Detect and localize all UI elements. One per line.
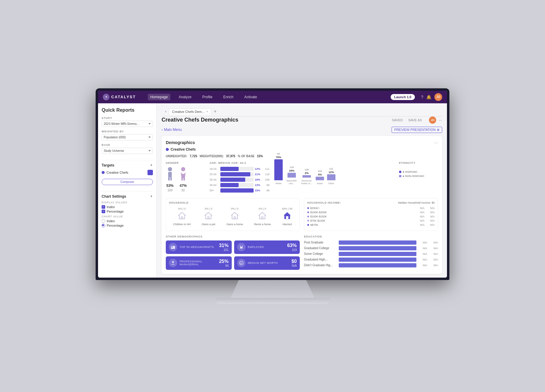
index-checkbox[interactable]: ✓ <box>102 205 105 209</box>
race-bar-col: 103 4% Asian <box>316 170 324 185</box>
tab-label: Creative Chefs Dem... <box>172 110 204 113</box>
quick-reports-title: Quick Reports <box>102 108 153 113</box>
active-tab[interactable]: Creative Chefs Dem... × <box>169 108 211 115</box>
nav-item-enrich[interactable]: Enrich <box>221 94 236 100</box>
race-bar-label: White <box>275 182 281 185</box>
race-bar-label: Other <box>328 182 334 185</box>
preview-presentation-button[interactable]: PREVIEW PRESENTATION ⊕ <box>392 127 442 133</box>
tab-add-button[interactable]: + <box>214 109 216 114</box>
preview-label: PREVIEW PRESENTATION <box>394 128 436 131</box>
chart-settings-header: Chart Settings ▼ <box>102 194 153 199</box>
age-percentage: 13% <box>255 184 261 187</box>
svg-rect-10 <box>207 216 210 219</box>
study-select[interactable]: 2023 Winter MRI-Simmo... <box>102 121 153 127</box>
education-val1: N/A <box>418 258 427 261</box>
save-as-button[interactable]: SAVE AS <box>408 118 422 122</box>
nav-logo-text: CATALYST <box>111 95 136 99</box>
more-options-icon[interactable]: ··· <box>439 118 442 122</box>
back-button[interactable]: ‹ <box>165 109 166 113</box>
demographics-stats-row: UNWEIGHTED: 7,725 WEIGHTED(000): 37,975 … <box>166 155 438 158</box>
chart-percentage-radio-row[interactable]: Percentage <box>102 224 153 227</box>
hispanic-legend-item: ● HISPANIC <box>399 170 438 173</box>
chart-index-radio[interactable] <box>102 219 105 223</box>
notification-icon[interactable]: 🔔 <box>426 95 431 99</box>
education-val1: N/A <box>418 247 427 250</box>
age-percentage: 33% <box>255 189 261 192</box>
household-income-header: HOUSEHOLD INCOME: Median Household Incom… <box>307 201 435 204</box>
income-label: $250K+ <box>310 207 414 210</box>
base-select[interactable]: Study Universe <box>102 148 153 154</box>
catalyst-logo-icon: ✦ <box>103 94 109 100</box>
weighted-by-select[interactable]: Population (000) <box>102 134 153 140</box>
other-demo-icon <box>237 243 246 251</box>
other-demo-right: 31% 101 <box>219 243 228 252</box>
education-label: Graduated High... <box>304 258 337 261</box>
income-val2: N/A <box>426 219 435 222</box>
index-checkbox-label: Index <box>107 205 115 209</box>
age-count: 99 <box>262 184 270 187</box>
target-color-square <box>147 170 153 175</box>
education-title: EDUCATION <box>304 235 438 238</box>
launch-button[interactable]: Launch 1.0 <box>391 94 415 100</box>
nav-item-homepage[interactable]: Homepage <box>148 94 170 100</box>
income-dot <box>307 216 309 217</box>
other-demo-name: EMPLOYED <box>248 246 264 249</box>
age-section: AGE: Median Age: 44.2 18-24 12% 111 25-3… <box>210 161 270 194</box>
percentage-checkbox[interactable]: ✓ <box>102 210 105 213</box>
race-bar-rect <box>316 177 324 180</box>
household-icon <box>283 211 291 222</box>
nav-item-profile[interactable]: Profile <box>200 94 215 100</box>
education-bar <box>339 246 416 250</box>
education-val2: N/A <box>429 258 438 261</box>
education-label: Some College <box>304 252 337 255</box>
chart-percentage-radio[interactable] <box>102 224 105 227</box>
main-layout: Quick Reports STUDY 2023 Winter MRI-Simm… <box>98 103 447 278</box>
content-header: Creative Chefs Demographics SAVED SAVE A… <box>162 116 442 124</box>
education-bar <box>339 258 416 262</box>
composer-button[interactable]: Composer <box>102 179 153 185</box>
percentage-checkbox-row[interactable]: ✓ Percentage <box>102 210 153 213</box>
age-bar-row: 35-44 18% 106 <box>210 178 270 182</box>
target-item-creative-chefs[interactable]: Creative Chefs <box>102 170 153 175</box>
income-dot <box>307 220 309 222</box>
user-avatar[interactable]: JO <box>434 93 442 101</box>
main-menu-back[interactable]: ‹ Main Menu <box>162 128 182 132</box>
third-row: OTHER DEMOGRAPHICS TOP 50 MEDIAMARKETS 3… <box>166 235 438 270</box>
education-row: Graduated College N/A N/A <box>304 246 438 250</box>
household-label: Owns a home <box>226 223 243 226</box>
household-item: 49% | 95 Married <box>282 207 292 226</box>
other-demo-icon <box>169 259 177 267</box>
race-bar-pct: 16% <box>289 169 294 172</box>
race-bar-value: 118 <box>290 166 293 169</box>
nav-item-activate[interactable]: Activate <box>242 94 260 100</box>
income-val1: N/A <box>415 215 424 218</box>
help-icon[interactable]: ? <box>421 95 423 99</box>
saved-button[interactable]: SAVED <box>392 118 403 122</box>
other-demographics-item: EMPLOYED 63% 103 <box>234 240 300 254</box>
education-val1: N/A <box>418 241 427 244</box>
education-label: Graduated College <box>304 246 337 250</box>
household-label: Married <box>283 223 292 226</box>
household-item: 0% | 0 Rents a home <box>254 207 271 226</box>
non-hispanic-dot <box>399 175 401 177</box>
age-bar-container <box>220 188 254 193</box>
income-dot <box>307 211 309 213</box>
other-demo-info: EMPLOYED <box>248 246 264 249</box>
demographics-more-icon[interactable]: ··· <box>434 140 438 145</box>
other-demo-n: 103 <box>287 248 297 252</box>
income-row: $100K-$150K N/A N/A <box>307 215 435 218</box>
income-label: $150K-$250K <box>310 211 414 214</box>
demographics-title: Demographics <box>166 140 195 145</box>
unweighted-label: UNWEIGHTED: <box>166 155 187 158</box>
demographics-target-name: Creative Chefs <box>171 147 196 152</box>
svg-rect-12 <box>234 216 236 219</box>
education-col: EDUCATION Post Graduate N/A N/A Graduate… <box>304 235 438 270</box>
nav-item-analyze[interactable]: Analyze <box>176 94 194 100</box>
race-section: RACE 94 70% White 118 16% Black/Afri can… <box>274 161 394 194</box>
income-label: $75K-$100K <box>310 219 414 222</box>
preview-icon: ⊕ <box>437 128 439 132</box>
index-checkbox-row[interactable]: ✓ Index <box>102 205 153 209</box>
chart-index-radio-row[interactable]: Index <box>102 219 153 223</box>
targets-chevron-icon: ▼ <box>150 164 153 167</box>
tab-close-icon[interactable]: × <box>206 110 208 113</box>
